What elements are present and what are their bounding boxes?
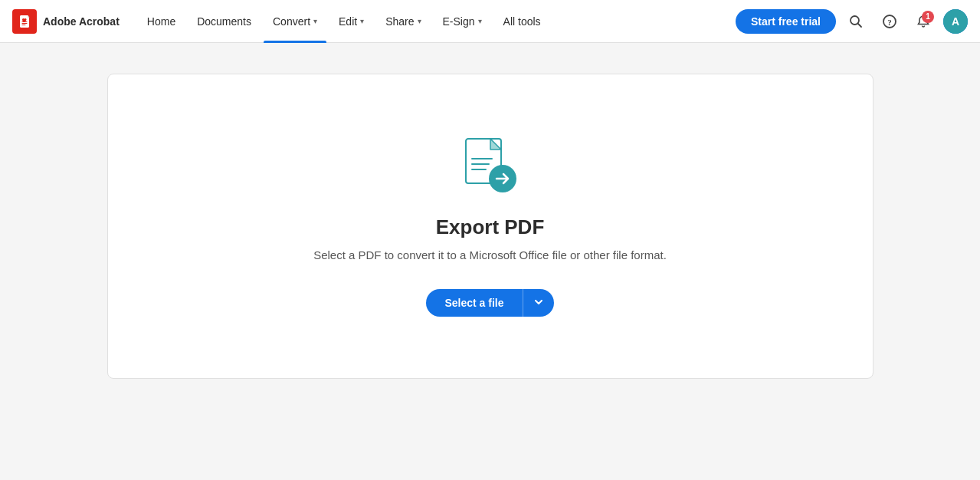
svg-text:?: ?	[887, 17, 892, 26]
nav-link-all-tools[interactable]: All tools	[494, 0, 550, 43]
nav-link-edit[interactable]: Edit ▾	[329, 0, 373, 43]
svg-line-2	[858, 23, 862, 27]
nav-right-actions: Start free trial ? 1	[736, 8, 968, 35]
export-pdf-card: Export PDF Select a PDF to convert it to…	[107, 74, 873, 379]
dropdown-chevron-icon	[534, 298, 543, 307]
select-file-button-group: Select a file	[426, 289, 553, 317]
start-free-trial-button[interactable]: Start free trial	[736, 9, 836, 34]
select-file-button[interactable]: Select a file	[426, 289, 522, 317]
user-avatar[interactable]: A	[943, 9, 968, 34]
svg-text:A: A	[952, 15, 959, 28]
export-pdf-icon-wrapper	[460, 136, 521, 197]
esign-chevron-icon: ▾	[478, 17, 482, 25]
adobe-acrobat-icon	[12, 9, 37, 34]
export-pdf-title: Export PDF	[436, 215, 545, 239]
export-pdf-illustration	[460, 136, 521, 197]
main-content: Export PDF Select a PDF to convert it to…	[0, 43, 980, 480]
app-name: Adobe Acrobat	[43, 15, 120, 28]
select-file-dropdown-button[interactable]	[523, 289, 554, 317]
export-pdf-description: Select a PDF to convert it to a Microsof…	[313, 248, 667, 261]
help-button[interactable]: ?	[876, 8, 903, 35]
nav-links: Home Documents Convert ▾ Edit ▾ Share ▾ …	[138, 0, 736, 43]
top-navigation: Adobe Acrobat Home Documents Convert ▾ E…	[0, 0, 980, 43]
edit-chevron-icon: ▾	[360, 17, 364, 25]
nav-link-esign[interactable]: E-Sign ▾	[434, 0, 491, 43]
app-logo[interactable]: Adobe Acrobat	[12, 9, 120, 34]
search-button[interactable]	[842, 8, 870, 35]
search-icon	[849, 15, 863, 28]
nav-link-home[interactable]: Home	[138, 0, 185, 43]
nav-link-share[interactable]: Share ▾	[376, 0, 430, 43]
help-icon: ?	[883, 15, 896, 28]
notification-count: 1	[922, 11, 934, 23]
avatar-icon: A	[943, 9, 968, 34]
convert-chevron-icon: ▾	[313, 17, 317, 25]
nav-link-documents[interactable]: Documents	[188, 0, 261, 43]
notifications-button[interactable]: 1	[910, 8, 937, 35]
share-chevron-icon: ▾	[418, 17, 421, 25]
nav-link-convert[interactable]: Convert ▾	[264, 0, 326, 43]
